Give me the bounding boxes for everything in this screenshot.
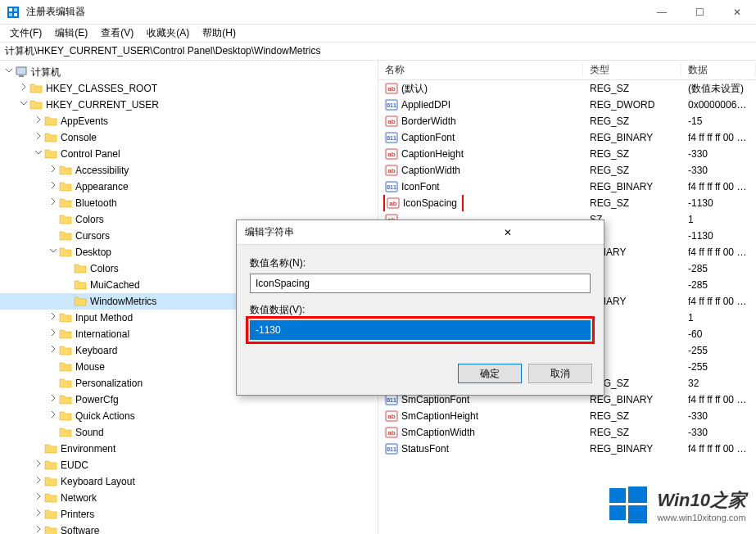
- folder-icon: [44, 475, 57, 488]
- value-name: SmCaptionHeight: [401, 408, 478, 424]
- value-type: REG_SZ: [583, 113, 681, 129]
- watermark-url: www.win10xitong.com: [657, 513, 746, 523]
- value-row[interactable]: abSmCaptionWidthREG_SZ-330: [378, 424, 756, 441]
- tree-item-printers[interactable]: Printers: [0, 506, 378, 523]
- expand-icon[interactable]: [48, 342, 59, 359]
- svg-rect-2: [14, 8, 17, 11]
- expand-icon[interactable]: [48, 408, 59, 424]
- folder-icon: [74, 278, 87, 292]
- svg-rect-4: [14, 13, 17, 16]
- svg-rect-6: [19, 75, 24, 77]
- col-header-data[interactable]: 数据: [681, 63, 756, 77]
- svg-text:ab: ab: [387, 151, 395, 158]
- svg-text:011: 011: [387, 135, 396, 141]
- dialog-titlebar[interactable]: 编辑字符串 ✕: [237, 220, 604, 245]
- value-name: SmCaptionWidth: [401, 424, 475, 441]
- value-row[interactable]: 011AppliedDPIREG_DWORD0x00000060 (96): [378, 97, 756, 113]
- folder-icon: [59, 360, 72, 373]
- dialog-close-button[interactable]: ✕: [420, 227, 595, 238]
- folder-icon: [74, 295, 87, 308]
- tree-item-console[interactable]: Console: [0, 129, 378, 146]
- collapse-icon[interactable]: [48, 244, 59, 260]
- tree-item-quick-actions[interactable]: Quick Actions: [0, 408, 378, 424]
- folder-icon: [59, 229, 72, 242]
- maximize-button[interactable]: ☐: [681, 0, 718, 25]
- menu-favorites[interactable]: 收藏夹(A): [140, 25, 196, 42]
- tree-item-software[interactable]: Software: [0, 523, 378, 534]
- expand-icon[interactable]: [48, 391, 59, 408]
- value-row[interactable]: abBorderWidthREG_SZ-15: [378, 113, 756, 129]
- value-row[interactable]: abCaptionHeightREG_SZ-330: [378, 146, 756, 162]
- svg-rect-5: [16, 67, 26, 75]
- collapse-icon[interactable]: [18, 97, 29, 113]
- tree-label: Cursors: [75, 228, 115, 244]
- expand-icon[interactable]: [33, 129, 44, 146]
- expand-icon[interactable]: [48, 326, 59, 342]
- expand-icon[interactable]: [48, 195, 59, 211]
- tree-item-environment[interactable]: Environment: [0, 441, 378, 457]
- value-row[interactable]: 011IconFontREG_BINARYf4 ff ff ff 00 00 0…: [378, 179, 756, 195]
- tree-item-appearance[interactable]: Appearance: [0, 179, 378, 195]
- expand-icon[interactable]: [33, 473, 44, 490]
- value-row[interactable]: 011CaptionFontREG_BINARYf4 ff ff ff 00 0…: [378, 129, 756, 146]
- menu-help[interactable]: 帮助(H): [196, 25, 242, 42]
- ok-button[interactable]: 确定: [458, 364, 522, 383]
- tree-item-hkey-classes-root[interactable]: HKEY_CLASSES_ROOT: [0, 80, 378, 97]
- close-button[interactable]: ✕: [718, 0, 756, 25]
- col-header-name[interactable]: 名称: [378, 63, 583, 77]
- value-row[interactable]: abCaptionWidthREG_SZ-330: [378, 162, 756, 179]
- value-data-input[interactable]: [250, 320, 591, 340]
- tree-item-bluetooth[interactable]: Bluetooth: [0, 195, 378, 211]
- value-row[interactable]: 011StatusFontREG_BINARYf4 ff ff ff 00 00…: [378, 441, 756, 457]
- tree-item-accessibility[interactable]: Accessibility: [0, 162, 378, 179]
- value-row[interactable]: ab(默认)REG_SZ(数值未设置): [378, 80, 756, 97]
- tree-item-network[interactable]: Network: [0, 490, 378, 506]
- expand-icon[interactable]: [33, 490, 44, 506]
- svg-rect-54: [628, 486, 647, 503]
- folder-icon: [59, 246, 72, 259]
- expand-icon[interactable]: [33, 113, 44, 129]
- tree-item-keyboard-layout[interactable]: Keyboard Layout: [0, 473, 378, 490]
- binary-value-icon: 011: [385, 442, 398, 455]
- expand-icon[interactable]: [33, 506, 44, 523]
- expand-icon[interactable]: [18, 80, 29, 97]
- expand-icon[interactable]: [33, 457, 44, 473]
- menu-view[interactable]: 查看(V): [94, 25, 140, 42]
- address-bar[interactable]: 计算机\HKEY_CURRENT_USER\Control Panel\Desk…: [0, 43, 756, 61]
- collapse-icon[interactable]: [3, 64, 15, 80]
- value-name: CaptionFont: [401, 129, 455, 146]
- collapse-icon[interactable]: [33, 146, 44, 162]
- value-row[interactable]: abSmCaptionHeightREG_SZ-330: [378, 408, 756, 424]
- cancel-button[interactable]: 取消: [528, 364, 592, 383]
- svg-rect-1: [9, 8, 12, 11]
- tree-label: International: [75, 326, 134, 342]
- value-row[interactable]: abIconSpacingREG_SZ-1130: [378, 195, 756, 211]
- tree-label: Appearance: [75, 179, 134, 195]
- value-name-input[interactable]: [250, 274, 591, 293]
- folder-icon: [44, 491, 57, 505]
- windows-logo-icon: [608, 485, 649, 526]
- col-header-type[interactable]: 类型: [583, 63, 681, 77]
- tree-item-sound[interactable]: Sound: [0, 424, 378, 441]
- minimize-button[interactable]: —: [643, 0, 681, 25]
- menu-file[interactable]: 文件(F): [3, 25, 48, 42]
- dialog-title: 编辑字符串: [245, 225, 420, 239]
- value-data: -330: [681, 146, 756, 162]
- value-data: f4 ff ff ff 00 00 00: [681, 244, 756, 260]
- tree-item-appevents[interactable]: AppEvents: [0, 113, 378, 129]
- menu-edit[interactable]: 编辑(E): [48, 25, 94, 42]
- tree-item--[interactable]: 计算机: [0, 64, 378, 80]
- value-data: (数值未设置): [681, 80, 756, 97]
- tree-item-control-panel[interactable]: Control Panel: [0, 146, 378, 162]
- tree-item-eudc[interactable]: EUDC: [0, 457, 378, 473]
- tree-label: PowerCfg: [75, 391, 124, 408]
- expand-icon[interactable]: [48, 179, 59, 195]
- string-value-icon: ab: [385, 410, 398, 423]
- expand-icon[interactable]: [48, 162, 59, 179]
- expand-icon[interactable]: [48, 310, 59, 326]
- expand-icon[interactable]: [33, 523, 44, 534]
- value-data: f4 ff ff ff 00 00 00: [681, 179, 756, 195]
- tree-item-hkey-current-user[interactable]: HKEY_CURRENT_USER: [0, 97, 378, 113]
- svg-text:ab: ab: [387, 85, 395, 93]
- svg-text:011: 011: [387, 184, 396, 190]
